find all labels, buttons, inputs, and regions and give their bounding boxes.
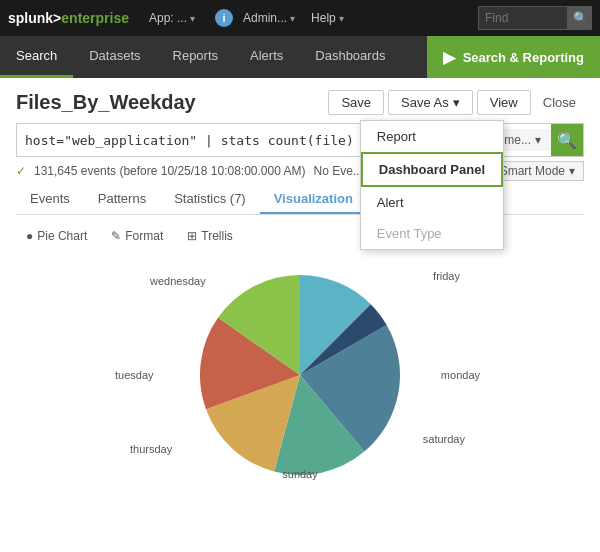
tab-visualization[interactable]: Visualization — [260, 185, 367, 214]
save-as-button[interactable]: Save As ▾ — [388, 90, 473, 115]
event-count-text: 131,645 events (before 10/25/18 10:08:00… — [34, 164, 306, 178]
dropdown-dashboard-panel[interactable]: Dashboard Panel — [361, 152, 503, 187]
search-reporting-label: Search & Reporting — [463, 50, 584, 65]
find-input[interactable] — [478, 6, 568, 30]
help-label: Help — [311, 11, 336, 25]
search-reporting-icon: ▶ — [443, 48, 455, 67]
search-reporting: ▶ Search & Reporting — [427, 36, 600, 78]
chart-area: friday monday saturday sunday thursday t… — [16, 255, 584, 495]
time-range-chevron-icon: ▾ — [535, 133, 541, 147]
trellis-button[interactable]: ⊞ Trellis — [177, 225, 243, 247]
title-row: Files_By_Weekday Save Save As ▾ View Clo… — [16, 90, 584, 115]
title-actions: Save Save As ▾ View Close Report Dashboa… — [328, 90, 584, 115]
format-button[interactable]: ✎ Format — [101, 225, 173, 247]
nav-search[interactable]: Search — [0, 36, 73, 78]
dropdown-report[interactable]: Report — [361, 121, 503, 152]
save-button[interactable]: Save — [328, 90, 384, 115]
second-nav: Search Datasets Reports Alerts Dashboard… — [0, 36, 600, 78]
label-saturday: saturday — [423, 433, 465, 445]
no-events-text: No Eve... — [314, 164, 363, 178]
smart-mode-button[interactable]: Smart Mode ▾ — [491, 161, 584, 181]
nav-reports[interactable]: Reports — [157, 36, 235, 78]
tab-events[interactable]: Events — [16, 185, 84, 214]
trellis-icon: ⊞ — [187, 229, 197, 243]
help-nav[interactable]: Help ▾ — [305, 11, 350, 25]
nav-dashboards[interactable]: Dashboards — [299, 36, 401, 78]
find-button[interactable]: 🔍 — [568, 6, 592, 30]
label-friday: friday — [433, 270, 460, 282]
search-run-button[interactable]: 🔍 — [551, 124, 583, 156]
save-as-chevron-icon: ▾ — [453, 95, 460, 110]
check-icon: ✓ — [16, 164, 26, 178]
app-label: App: ... — [149, 11, 187, 25]
label-sunday: sunday — [282, 468, 317, 480]
close-button[interactable]: Close — [535, 91, 584, 114]
admin-chevron-icon: ▾ — [290, 13, 295, 24]
view-button[interactable]: View — [477, 90, 531, 115]
dropdown-alert[interactable]: Alert — [361, 187, 503, 218]
dropdown-event-type: Event Type — [361, 218, 503, 249]
tab-patterns[interactable]: Patterns — [84, 185, 160, 214]
nav-datasets[interactable]: Datasets — [73, 36, 156, 78]
label-tuesday: tuesday — [115, 369, 154, 381]
splunk-logo: splunk>enterprise — [8, 10, 129, 26]
app-nav[interactable]: App: ... ▾ — [141, 11, 203, 25]
splunk-enterprise: enterprise — [61, 10, 129, 26]
smart-mode-chevron-icon: ▾ — [569, 164, 575, 178]
top-nav: splunk>enterprise App: ... ▾ i Admin... … — [0, 0, 600, 36]
tab-statistics[interactable]: Statistics (7) — [160, 185, 260, 214]
label-thursday: thursday — [130, 443, 172, 455]
help-chevron-icon: ▾ — [339, 13, 344, 24]
nav-alerts[interactable]: Alerts — [234, 36, 299, 78]
format-icon: ✎ — [111, 229, 121, 243]
save-as-dropdown: Report Dashboard Panel Alert Event Type — [360, 120, 504, 250]
page-title: Files_By_Weekday — [16, 91, 328, 114]
pie-chart: friday monday saturday sunday thursday t… — [130, 265, 470, 485]
app-chevron-icon: ▾ — [190, 13, 195, 24]
pie-chart-button[interactable]: ● Pie Chart — [16, 225, 97, 247]
info-icon[interactable]: i — [215, 9, 233, 27]
admin-nav[interactable]: Admin... ▾ — [237, 11, 301, 25]
splunk-text: splunk> — [8, 10, 61, 26]
pie-svg — [200, 275, 400, 475]
page-content: Files_By_Weekday Save Save As ▾ View Clo… — [0, 78, 600, 495]
find-section: 🔍 — [478, 6, 592, 30]
label-wednesday: wednesday — [150, 275, 206, 287]
pie-chart-icon: ● — [26, 229, 33, 243]
label-monday: monday — [441, 369, 480, 381]
admin-label: Admin... — [243, 11, 287, 25]
